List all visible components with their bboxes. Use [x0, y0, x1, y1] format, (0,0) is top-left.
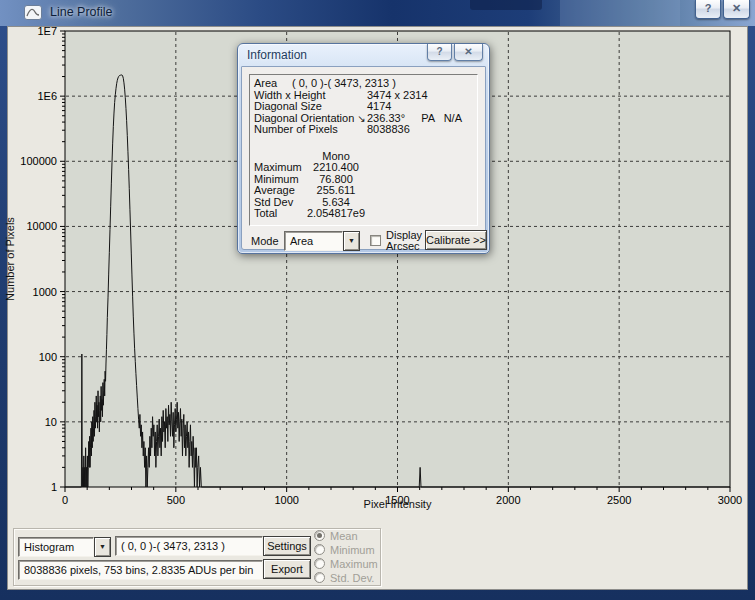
stats-row: Average255.611: [254, 185, 474, 197]
mode-value: Area: [284, 231, 343, 251]
radio-icon: [314, 558, 325, 569]
information-dialog: Information ? ✕ Area( 0, 0 )-( 3473, 231…: [237, 43, 490, 254]
chevron-down-icon[interactable]: ▼: [343, 231, 360, 251]
statistics-box: Area( 0, 0 )-( 3473, 2313 )Width x Heigh…: [249, 74, 478, 226]
window-help-button[interactable]: ?: [695, 0, 721, 19]
display-type-combobox[interactable]: Histogram ▼: [18, 537, 111, 557]
stat-radio-std-dev: Std. Dev.: [314, 571, 378, 584]
display-in-arcsec-checkbox[interactable]: [370, 235, 381, 246]
radio-icon: [314, 572, 325, 583]
titlebar[interactable]: Line Profile ? ✕: [0, 0, 755, 26]
stat-radio-mean: Mean: [314, 529, 378, 542]
display-type-value: Histogram: [18, 537, 94, 557]
mode-combobox[interactable]: Area ▼: [284, 231, 360, 251]
mode-row: Mode Area ▼ Display in Arcsec Calibrate …: [242, 230, 485, 252]
background-window-artifact: [470, 0, 542, 10]
radio-label: Maximum: [330, 558, 378, 570]
window-title: Line Profile: [50, 5, 113, 19]
stats-row: Total2.054817e9: [254, 208, 474, 220]
svg-text:100: 100: [39, 351, 57, 363]
svg-text:1E6: 1E6: [37, 90, 57, 102]
background-window-artifact: [560, 0, 680, 26]
info-row: Area( 0, 0 )-( 3473, 2313 ): [254, 78, 474, 90]
line-profile-window: Line Profile ? ✕ 1101001000100001000001E…: [0, 0, 755, 600]
diagonal-arrow-icon: ↘: [357, 113, 365, 124]
settings-button[interactable]: Settings: [263, 536, 311, 556]
radio-icon: [314, 544, 325, 555]
x-axis-title: Pixel Intensity: [65, 498, 730, 510]
region-coordinates-field[interactable]: ( 0, 0 )-( 3473, 2313 ): [115, 536, 263, 556]
stats-row: Maximum2210.400: [254, 162, 474, 174]
client-area: 1101001000100001000001E61E70500100015002…: [7, 26, 748, 590]
histogram-info-field[interactable]: 8038836 pixels, 753 bins, 2.8335 ADUs pe…: [18, 560, 263, 580]
info-row: Diagonal Size4174: [254, 101, 474, 113]
export-button[interactable]: Export: [263, 559, 311, 579]
window-close-button[interactable]: ✕: [723, 0, 750, 19]
chevron-down-icon[interactable]: ▼: [94, 537, 111, 557]
y-axis-title: Number of Pixels: [4, 31, 18, 487]
radio-label: Minimum: [330, 544, 375, 556]
radio-icon: [314, 530, 325, 541]
radio-label: Std. Dev.: [330, 572, 374, 584]
svg-text:100000: 100000: [20, 155, 57, 167]
stat-radio-group: MeanMinimumMaximumStd. Dev.: [314, 529, 378, 585]
svg-text:1000: 1000: [33, 286, 57, 298]
svg-text:1E7: 1E7: [37, 27, 57, 37]
info-row: Number of Pixels8038836: [254, 124, 474, 136]
dialog-content: Area( 0, 0 )-( 3473, 2313 )Width x Heigh…: [241, 66, 486, 250]
dialog-close-button[interactable]: ✕: [454, 44, 483, 61]
mode-label: Mode: [251, 235, 279, 247]
svg-text:10000: 10000: [26, 220, 57, 232]
stat-radio-minimum: Minimum: [314, 543, 378, 556]
radio-label: Mean: [330, 530, 358, 542]
svg-text:1: 1: [51, 481, 57, 493]
calibrate-button[interactable]: Calibrate >>: [425, 230, 487, 250]
app-icon: [24, 5, 42, 20]
stat-radio-maximum: Maximum: [314, 557, 378, 570]
svg-text:10: 10: [45, 416, 57, 428]
dialog-help-button[interactable]: ?: [427, 44, 452, 61]
dialog-title: Information: [247, 48, 307, 62]
